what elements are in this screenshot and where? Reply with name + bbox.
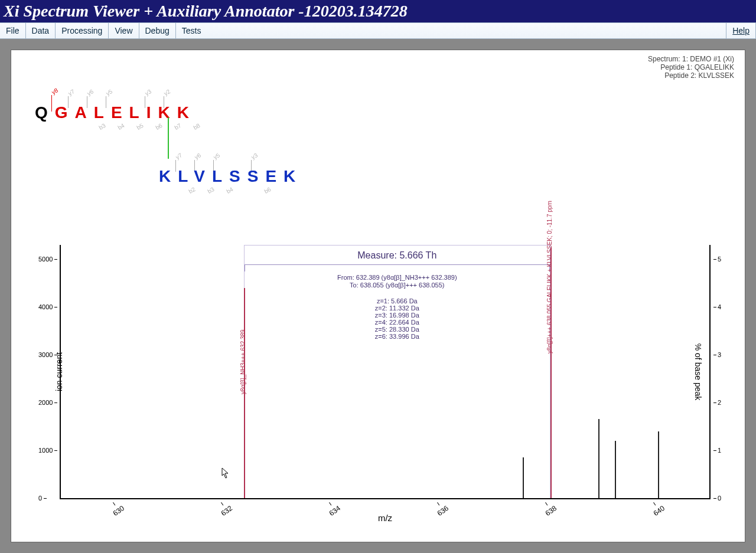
x-tick: 636 [435, 504, 449, 518]
peptide-1-row: y8 y7y6y5y3y2 QGALELIKK b3b4b5b6b7b8 [35, 91, 159, 139]
workspace: Spectrum: 1: DEMO #1 (Xi) Peptide 1: QGA… [0, 39, 756, 553]
y2-tick: 0 [718, 495, 721, 502]
y-axis2-label: % of base peak [694, 343, 703, 400]
pep1-residues-rest: GALELIKK [55, 103, 196, 122]
frag-label: b3 [98, 122, 107, 131]
measure-z-line: z=3: 16.998 Da [245, 312, 549, 319]
frag-label: b8 [193, 122, 201, 131]
measure-region: Measure: 5.666 Th From: 632.389 (y8α[β]_… [244, 245, 550, 498]
measure-from-to: From: 632.389 (y8α[β]_NH3+++ 632.389) To… [245, 274, 549, 289]
frag-label: y5 [105, 88, 114, 97]
peptide-diagram: y8 y7y6y5y3y2 QGALELIKK b3b4b5b6b7b8 y7y… [35, 91, 159, 202]
frag-label: y6 [194, 152, 203, 161]
frag-label: b7 [174, 122, 183, 131]
frag-label: b4 [226, 186, 234, 195]
y2-tick: 2 [718, 399, 721, 406]
y-tick: 0 [38, 495, 42, 502]
y2-tick: 1 [718, 447, 721, 454]
measure-to: To: 638.055 (y8α[β]+++ 638.055) [245, 282, 549, 289]
spectrum-peak[interactable] [615, 441, 616, 498]
frag-label: y2 [163, 88, 172, 97]
frag-label: y3 [250, 152, 259, 161]
plot-area[interactable]: Measure: 5.666 Th From: 632.389 (y8α[β]_… [60, 245, 711, 499]
crosslink-bond [168, 117, 169, 159]
frag-label: b3 [207, 186, 216, 195]
menu-help[interactable]: Help [726, 22, 756, 38]
menu-tests[interactable]: Tests [175, 22, 207, 38]
y2-tick: 4 [718, 303, 721, 310]
y-tick: 4000 [38, 303, 53, 310]
spectrum-peak[interactable] [523, 457, 524, 498]
pep2-residues: KLVLSSEK [159, 167, 302, 186]
menu-file[interactable]: File [0, 22, 25, 38]
meta-peptide2: Peptide 2: KLVLSSEK [648, 71, 734, 80]
frag-label: b5 [136, 122, 145, 131]
y-tick: 1000 [38, 447, 53, 454]
x-axis-label: m/z [378, 513, 392, 523]
spectrum-peak[interactable]: y8α[β]+++ 638.055 GALELIKK + KLVLSSEK; 0… [550, 247, 552, 498]
cursor-icon [221, 467, 230, 479]
measure-z-line: z=2: 11.332 Da [245, 305, 549, 312]
x-tick: 640 [651, 504, 666, 518]
measure-z-line: z=5: 28.330 Da [245, 326, 549, 333]
frag-label: b4 [117, 122, 126, 131]
spectrum-canvas[interactable]: Spectrum: 1: DEMO #1 (Xi) Peptide 1: QGA… [11, 50, 745, 542]
menu-view[interactable]: View [108, 22, 138, 38]
measure-title: Measure: 5.666 Th [245, 250, 549, 261]
measure-from: From: 632.389 (y8α[β]_NH3+++ 632.389) [245, 274, 549, 282]
y-axis-label: ion current [54, 352, 64, 391]
frag-label: y7 [175, 152, 184, 161]
meta-peptide1: Peptide 1: QGALELIKK [648, 63, 734, 71]
frag-label: b2 [188, 186, 197, 195]
frag-label: y6 [86, 88, 95, 97]
menubar-spacer [207, 22, 726, 38]
x-tick: 630 [111, 504, 125, 518]
x-tick: 638 [543, 504, 558, 518]
peak-label: y8α[β]+++ 638.055 GALELIKK + KLVLSSEK; 0… [546, 201, 553, 354]
spectrum-peak[interactable] [658, 431, 659, 498]
frag-y8-label: y8 [51, 87, 60, 96]
measure-bracket [245, 264, 549, 271]
measure-z-line: z=4: 22.664 Da [245, 319, 549, 326]
meta-spectrum: Spectrum: 1: DEMO #1 (Xi) [648, 55, 734, 63]
spectrum-peak[interactable] [598, 419, 599, 498]
spectrum-peak[interactable]: y8α[β]_NH3+++ 632.389 [244, 288, 245, 498]
measure-z-line: z=1: 5.666 Da [245, 297, 549, 305]
measure-z-list: z=1: 5.666 Daz=2: 11.332 Daz=3: 16.998 D… [245, 297, 549, 341]
menu-data[interactable]: Data [25, 22, 56, 38]
frag-label: b6 [263, 186, 272, 195]
y-tick: 3000 [38, 351, 53, 358]
x-tick: 632 [219, 504, 233, 518]
menu-processing[interactable]: Processing [55, 22, 108, 38]
spectrum-chart[interactable]: Measure: 5.666 Th From: 632.389 (y8α[β]_… [35, 245, 727, 528]
peak-label: y8α[β]_NH3+++ 632.389 [240, 329, 246, 394]
menubar: File Data Processing View Debug Tests He… [0, 22, 756, 39]
measure-z-line: z=6: 33.996 Da [245, 333, 549, 340]
y2-tick: 3 [718, 351, 721, 358]
menu-debug[interactable]: Debug [139, 22, 175, 38]
y-tick: 5000 [38, 256, 53, 263]
x-tick: 634 [327, 504, 341, 518]
window-title: Xi Spectrum Viewer + Auxiliary Annotator… [0, 0, 756, 22]
spectrum-metadata: Spectrum: 1: DEMO #1 (Xi) Peptide 1: QGA… [648, 55, 734, 80]
pep1-residue-q: Q [35, 103, 55, 122]
frag-label: b6 [155, 122, 164, 131]
y2-tick: 5 [718, 256, 721, 263]
frag-label: y3 [144, 88, 153, 97]
frag-label: y7 [67, 88, 76, 97]
frag-label: y5 [213, 152, 221, 161]
y-tick: 2000 [38, 399, 53, 406]
